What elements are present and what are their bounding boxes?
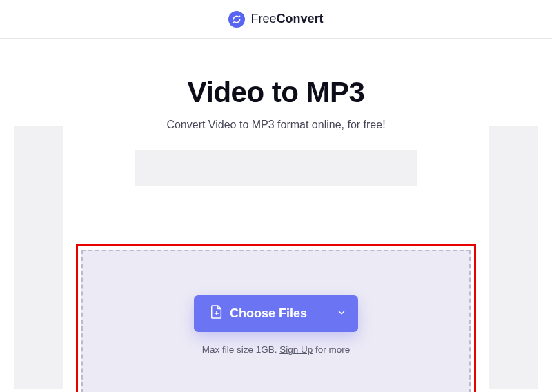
page-subtitle: Convert Video to MP3 format online, for …	[14, 119, 538, 131]
logo[interactable]: FreeConvert	[228, 11, 323, 28]
chevron-down-icon	[337, 308, 346, 320]
logo-convert: Convert	[277, 12, 324, 26]
hero: Video to MP3 Convert Video to MP3 format…	[14, 39, 538, 186]
file-dropzone[interactable]: Choose Files Max file size 1GB. Sign Up …	[81, 250, 471, 392]
note-suffix: for more	[313, 344, 350, 355]
logo-icon	[228, 11, 245, 28]
signup-link[interactable]: Sign Up	[279, 344, 313, 355]
choose-files-group: Choose Files	[194, 295, 358, 332]
logo-free: Free	[250, 12, 276, 26]
choose-files-button[interactable]: Choose Files	[194, 295, 324, 332]
page-body: Video to MP3 Convert Video to MP3 format…	[0, 39, 552, 186]
file-add-icon	[210, 305, 223, 322]
note-prefix: Max file size 1GB.	[202, 344, 280, 355]
file-size-note: Max file size 1GB. Sign Up for more	[202, 344, 351, 355]
source-dropdown-button[interactable]	[324, 295, 358, 332]
header: FreeConvert	[0, 0, 552, 39]
choose-files-label: Choose Files	[230, 306, 307, 321]
logo-text: FreeConvert	[250, 12, 323, 26]
dropzone-highlight: Choose Files Max file size 1GB. Sign Up …	[76, 244, 476, 392]
ad-placeholder	[135, 150, 417, 186]
page-title: Video to MP3	[14, 76, 538, 109]
